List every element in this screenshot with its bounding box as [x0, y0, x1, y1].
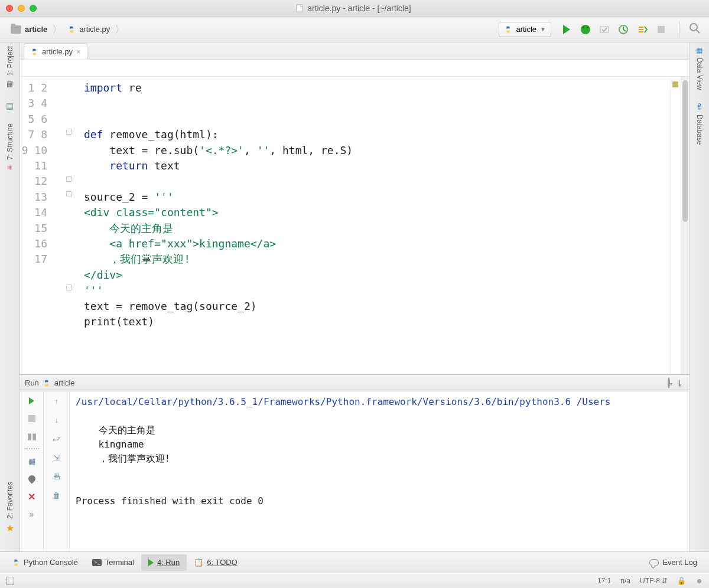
editor-scrollbar[interactable]	[681, 77, 689, 374]
cursor-position[interactable]: 17:1	[597, 577, 611, 585]
python-file-icon	[67, 25, 76, 34]
python-console-tab[interactable]: Python Console	[5, 554, 85, 571]
project-icon: ▦	[6, 80, 13, 88]
run-config-label: article	[54, 378, 75, 387]
close-tab-button[interactable]: ×	[76, 47, 81, 56]
window-controls	[6, 5, 37, 12]
concurrent-button[interactable]	[636, 24, 648, 35]
breadcrumb-file[interactable]: article.py	[79, 25, 110, 34]
stop-button[interactable]	[655, 24, 667, 35]
readonly-lock-icon[interactable]: 🔓	[677, 577, 686, 585]
editor-marker-strip	[670, 77, 681, 374]
todo-tab[interactable]: 📋 6: TODO	[187, 554, 245, 571]
folder-minus-icon[interactable]: ▤	[6, 101, 14, 110]
pin-output-button[interactable]	[26, 473, 38, 485]
fold-marker-icon[interactable]	[66, 191, 72, 197]
file-type-icon	[295, 4, 304, 12]
file-encoding[interactable]: UTF-8 ⇵	[640, 577, 668, 585]
table-icon: ▦	[696, 46, 703, 54]
minimize-window-button[interactable]	[18, 5, 25, 12]
print-button[interactable]: 🖶	[51, 471, 63, 482]
database-tool-button[interactable]: 🛢 Database	[695, 103, 704, 145]
scroll-to-end-button[interactable]: ⇲	[51, 452, 63, 463]
right-tool-strip: ▦ Data View 🛢 Database	[689, 43, 709, 551]
editor-breadcrumb-bar	[20, 60, 689, 77]
window-title: article.py - article - [~/article]	[307, 4, 411, 13]
database-tool-label: Database	[695, 115, 704, 145]
run-config-selector[interactable]: article ▼	[499, 22, 551, 37]
favorites-tool-button[interactable]: ★ 2: Favorites	[6, 482, 14, 534]
run-tab-label: 4: Run	[157, 558, 180, 567]
speech-bubble-icon	[649, 559, 659, 566]
structure-tool-label: 7: Structure	[6, 123, 14, 160]
event-log-label: Event Log	[662, 558, 697, 567]
fold-strip	[65, 77, 76, 374]
close-run-button[interactable]: ✕	[26, 491, 38, 502]
line-number-gutter: 1 2 3 4 5 6 7 8 9 10 11 12 13 14 15 16 1…	[20, 77, 65, 374]
fold-marker-icon[interactable]	[66, 176, 72, 182]
search-everywhere-button[interactable]	[685, 22, 704, 36]
todo-label: 6: TODO	[207, 558, 238, 567]
python-icon	[12, 558, 20, 567]
project-tool-button[interactable]: ▦ 1: Project	[6, 46, 14, 88]
python-icon	[504, 25, 512, 34]
structure-tool-button[interactable]: ⚛ 7: Structure	[6, 123, 14, 172]
python-console-label: Python Console	[24, 558, 78, 567]
coverage-button[interactable]	[599, 24, 610, 35]
favorites-tool-label: 2: Favorites	[6, 482, 14, 519]
terminal-icon: ＞_	[92, 559, 102, 566]
dataview-tool-button[interactable]: ▦ Data View	[695, 46, 704, 90]
run-settings-button[interactable]: ▾	[668, 378, 672, 387]
run-output[interactable]: /usr/local/Cellar/python/3.6.5_1/Framewo…	[70, 391, 689, 551]
window-titlebar: article.py - article - [~/article]	[0, 0, 709, 17]
star-icon: ★	[6, 522, 14, 534]
up-arrow-button[interactable]: ↑	[51, 395, 63, 407]
close-window-button[interactable]	[6, 5, 13, 12]
down-arrow-button[interactable]: ↓	[51, 414, 63, 426]
run-button[interactable]	[561, 24, 573, 35]
terminal-label: Terminal	[105, 558, 134, 567]
line-separator[interactable]: n/a	[620, 577, 630, 585]
chevron-right-icon: 〉	[51, 22, 64, 37]
pause-button[interactable]: ▮▮	[26, 430, 38, 442]
structure-icon: ⚛	[6, 164, 13, 172]
run-config-name: article	[516, 25, 536, 34]
breadcrumb-project[interactable]: article	[25, 25, 47, 34]
more-button[interactable]: »	[26, 508, 38, 520]
fold-marker-icon[interactable]	[66, 129, 72, 135]
breadcrumb: article 〉 article.py 〉	[5, 22, 132, 37]
event-log-tab[interactable]: Event Log	[642, 554, 704, 571]
svg-rect-1	[600, 27, 609, 32]
bottom-tool-tabs: Python Console ＞_ Terminal 4: Run 📋 6: T…	[0, 551, 709, 573]
run-tab[interactable]: 4: Run	[141, 554, 187, 571]
profile-button[interactable]	[617, 24, 629, 35]
fold-marker-icon[interactable]	[66, 285, 72, 290]
zoom-window-button[interactable]	[30, 5, 37, 12]
editor-tabs: article.py ×	[20, 43, 689, 60]
stop-run-button[interactable]	[26, 413, 38, 424]
layout-button[interactable]: ▦	[26, 455, 38, 467]
dropdown-arrow-icon: ▼	[540, 26, 546, 32]
run-tool-title: Run	[25, 378, 39, 387]
rerun-button[interactable]	[26, 395, 38, 407]
code-content[interactable]: import re def remove_tag(html): text = r…	[76, 77, 670, 374]
editor-tab-article[interactable]: article.py ×	[24, 43, 87, 60]
run-output-toolbar: ↑ ↓ ⮐ ⇲ 🖶 🗑	[44, 391, 70, 551]
editor-tab-label: article.py	[42, 47, 73, 56]
clear-button[interactable]: 🗑	[51, 489, 63, 501]
python-icon	[43, 379, 51, 387]
separator	[25, 448, 39, 449]
folder-icon	[11, 25, 21, 34]
debug-button[interactable]	[580, 24, 591, 35]
terminal-tab[interactable]: ＞_ Terminal	[85, 554, 141, 571]
warning-mark-icon[interactable]	[672, 81, 678, 87]
inspection-icon[interactable]: ☻	[695, 577, 703, 585]
run-icon	[148, 559, 154, 566]
run-left-toolbar: ▮▮ ▦ ✕ »	[20, 391, 44, 551]
status-bar: 17:1 n/a UTF-8 ⇵ 🔓 ☻	[0, 573, 709, 588]
toggle-tool-windows-button[interactable]	[6, 577, 14, 585]
code-editor[interactable]: 1 2 3 4 5 6 7 8 9 10 11 12 13 14 15 16 1…	[20, 77, 689, 374]
soft-wrap-button[interactable]: ⮐	[51, 433, 63, 445]
scrollbar-thumb[interactable]	[682, 80, 688, 222]
download-button[interactable]: ⭳	[676, 378, 684, 388]
